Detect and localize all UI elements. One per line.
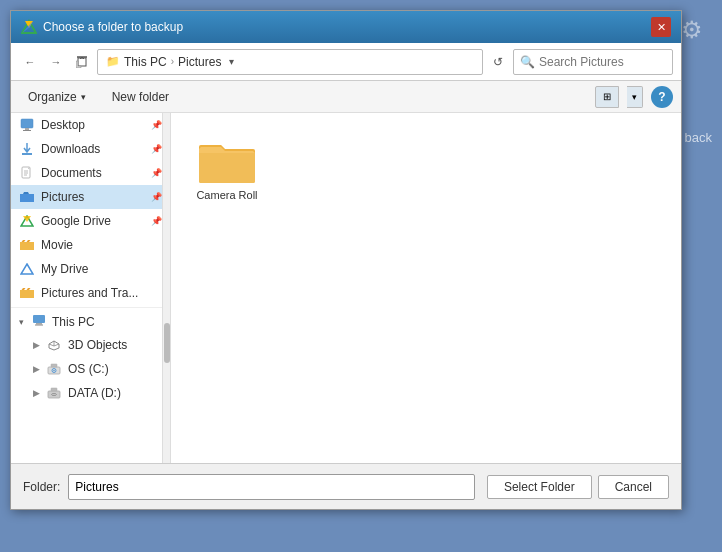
pin-icon-downloads: 📌	[151, 144, 162, 154]
sidebar-item-downloads[interactable]: Downloads 📌	[11, 137, 170, 161]
camera-roll-label: Camera Roll	[196, 189, 257, 201]
sidebar-divider	[11, 307, 170, 308]
svg-marker-13	[21, 264, 33, 274]
desktop-icon	[19, 117, 35, 133]
pin-icon-pictures: 📌	[151, 192, 162, 202]
search-icon: 🔍	[520, 55, 535, 69]
address-icon: 📁	[106, 55, 120, 68]
pin-icon-documents: 📌	[151, 168, 162, 178]
address-path[interactable]: 📁 This PC › Pictures ▾	[97, 49, 483, 75]
sidebar-item-downloads-label: Downloads	[41, 142, 100, 156]
dialog: Choose a folder to backup ✕ ← → 📁 This P…	[10, 10, 682, 510]
search-box: 🔍	[513, 49, 673, 75]
sidebar-item-documents[interactable]: Documents 📌	[11, 161, 170, 185]
organize-button[interactable]: Organize ▾	[19, 87, 95, 107]
refresh-button[interactable]: ↺	[487, 51, 509, 73]
title-bar-text: Choose a folder to backup	[43, 20, 183, 34]
os-c-label: OS (C:)	[68, 362, 109, 376]
address-bar: ← → 📁 This PC › Pictures ▾ ↺ 🔍	[11, 43, 681, 81]
data-d-label: DATA (D:)	[68, 386, 121, 400]
toolbar: Organize ▾ New folder ⊞ ▾ ?	[11, 81, 681, 113]
svg-rect-4	[21, 119, 33, 128]
file-area: Camera Roll	[171, 113, 681, 463]
3d-objects-label: 3D Objects	[68, 338, 127, 352]
sidebar-item-pictures-tra-label: Pictures and Tra...	[41, 286, 138, 300]
sidebar-item-pictures-tra[interactable]: Pictures and Tra...	[11, 281, 170, 305]
cancel-button[interactable]: Cancel	[598, 475, 669, 499]
sidebar-item-my-drive-label: My Drive	[41, 262, 88, 276]
expand-icon-os: ▶	[33, 364, 40, 374]
address-this-pc: This PC	[124, 55, 167, 69]
svg-rect-21	[48, 391, 60, 398]
pictures-tra-icon	[19, 285, 35, 301]
sidebar-item-data-d[interactable]: ▶ DATA (D:)	[11, 381, 170, 405]
sidebar-item-gdrive-label: Google Drive	[41, 214, 111, 228]
svg-rect-6	[23, 130, 31, 131]
sidebar-item-my-drive[interactable]: My Drive	[11, 257, 170, 281]
movie-folder-icon	[19, 237, 35, 253]
title-bar: Choose a folder to backup ✕	[11, 11, 681, 43]
svg-rect-3	[78, 58, 86, 66]
folder-input[interactable]	[68, 474, 475, 500]
camera-roll-folder-icon	[197, 137, 257, 185]
new-folder-button[interactable]: New folder	[103, 87, 178, 107]
sidebar-item-documents-label: Documents	[41, 166, 102, 180]
back-button[interactable]: ←	[19, 51, 41, 73]
data-d-icon	[46, 385, 62, 401]
sidebar-item-pictures[interactable]: Pictures 📌	[11, 185, 170, 209]
svg-rect-14	[33, 315, 45, 323]
folder-grid: Camera Roll	[187, 129, 665, 209]
close-button[interactable]: ✕	[651, 17, 671, 37]
address-dropdown-button[interactable]: ▾	[229, 56, 234, 67]
sidebar-item-os-c[interactable]: ▶ OS (C:)	[11, 357, 170, 381]
sidebar-item-movie[interactable]: Movie	[11, 233, 170, 257]
folder-label-text: Folder:	[23, 480, 60, 494]
main-content: Desktop 📌 Downloads 📌 Documents 📌	[11, 113, 681, 463]
this-pc-icon	[32, 314, 46, 329]
sidebar-item-3d-objects[interactable]: ▶ 3D Objects	[11, 333, 170, 357]
view-button[interactable]: ⊞	[595, 86, 619, 108]
sidebar-item-google-drive[interactable]: Google Drive 📌	[11, 209, 170, 233]
sidebar-item-pictures-label: Pictures	[41, 190, 84, 204]
svg-rect-16	[35, 325, 43, 326]
3d-icon	[46, 337, 62, 353]
my-drive-icon	[19, 261, 35, 277]
google-drive-icon	[19, 213, 35, 229]
address-sep: ›	[171, 56, 174, 67]
folder-item-camera-roll[interactable]: Camera Roll	[187, 129, 267, 209]
sidebar: Desktop 📌 Downloads 📌 Documents 📌	[11, 113, 171, 463]
button-group: Select Folder Cancel	[487, 475, 669, 499]
select-folder-button[interactable]: Select Folder	[487, 475, 592, 499]
pictures-folder-icon	[19, 189, 35, 205]
sidebar-section-this-pc[interactable]: ▾ This PC	[11, 310, 170, 333]
svg-rect-5	[25, 128, 29, 130]
pin-icon: 📌	[151, 120, 162, 130]
sidebar-item-desktop-label: Desktop	[41, 118, 85, 132]
expand-icon-data: ▶	[33, 388, 40, 398]
back-label: back	[685, 130, 712, 145]
sidebar-item-movie-label: Movie	[41, 238, 73, 252]
expand-icon-this-pc: ▾	[19, 317, 24, 327]
svg-point-19	[53, 370, 55, 372]
download-icon	[19, 141, 35, 157]
pin-icon-gdrive: 📌	[151, 216, 162, 226]
folder-input-row: Folder:	[23, 474, 475, 500]
expand-icon-3d: ▶	[33, 340, 40, 350]
sidebar-item-desktop[interactable]: Desktop 📌	[11, 113, 170, 137]
view-dropdown-button[interactable]: ▾	[627, 86, 643, 108]
address-pictures: Pictures	[178, 55, 221, 69]
bottom-bar: Folder: Select Folder Cancel	[11, 463, 681, 509]
search-input[interactable]	[539, 55, 659, 69]
os-c-icon	[46, 361, 62, 377]
help-button[interactable]: ?	[651, 86, 673, 108]
forward-button[interactable]: →	[45, 51, 67, 73]
up-button[interactable]	[71, 51, 93, 73]
svg-rect-15	[36, 323, 42, 325]
sidebar-scrollbar[interactable]	[162, 113, 170, 463]
title-bar-icon	[21, 19, 37, 35]
svg-rect-23	[51, 388, 57, 391]
this-pc-label: This PC	[52, 315, 95, 329]
svg-rect-20	[51, 364, 57, 367]
documents-icon	[19, 165, 35, 181]
